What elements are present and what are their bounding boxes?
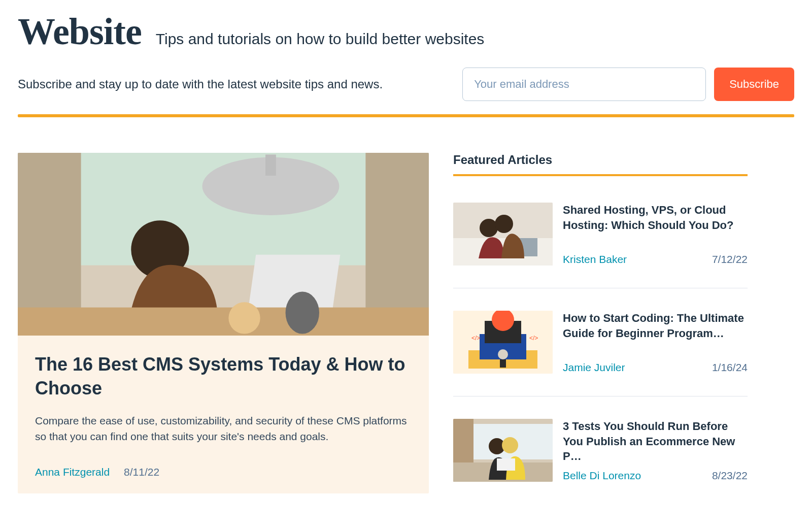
featured-title: 3 Tests You Should Run Before You Publis…	[563, 419, 748, 464]
featured-title: Shared Hosting, VPS, or Cloud Hosting: W…	[563, 203, 748, 233]
featured-body: Shared Hosting, VPS, or Cloud Hosting: W…	[563, 203, 748, 266]
main-columns: The 16 Best CMS Systems Today & How to C…	[18, 153, 794, 493]
featured-article-card[interactable]: </> </> How to Start Coding: The Ultimat…	[453, 311, 748, 396]
svg-point-10	[228, 302, 260, 334]
featured-thumbnail: </> </>	[453, 311, 553, 374]
featured-author[interactable]: Jamie Juviler	[563, 361, 625, 374]
subscribe-button[interactable]: Subscribe	[714, 68, 794, 101]
hero-article-card[interactable]: The 16 Best CMS Systems Today & How to C…	[18, 153, 429, 493]
subscribe-bar: Subscribe and stay up to date with the l…	[18, 68, 794, 101]
featured-divider	[453, 174, 748, 176]
featured-body: How to Start Coding: The Ultimate Guide …	[563, 311, 748, 374]
svg-rect-5	[265, 154, 276, 176]
svg-rect-22	[500, 359, 506, 368]
featured-sidebar: Featured Articles Shared Hosting, VPS, o…	[453, 153, 748, 493]
subscribe-form: Subscribe	[462, 68, 794, 101]
featured-heading: Featured Articles	[453, 153, 748, 167]
svg-point-15	[495, 215, 513, 233]
hero-image	[18, 153, 429, 336]
svg-rect-8	[18, 308, 429, 336]
featured-meta: Jamie Juviler 1/16/24	[563, 361, 748, 374]
featured-date: 8/23/22	[712, 470, 748, 482]
featured-author[interactable]: Kristen Baker	[563, 253, 627, 266]
featured-meta: Kristen Baker 7/12/22	[563, 253, 748, 266]
svg-point-21	[498, 349, 508, 359]
email-field[interactable]	[462, 68, 706, 101]
featured-date: 7/12/22	[712, 253, 748, 266]
featured-thumbnail	[453, 419, 553, 482]
featured-author[interactable]: Belle Di Lorenzo	[563, 470, 641, 482]
svg-rect-31	[497, 458, 515, 471]
hero-description: Compare the ease of use, customizability…	[35, 413, 412, 445]
svg-text:</>: </>	[529, 335, 538, 342]
page-header: Website Tips and tutorials on how to bui…	[18, 10, 794, 53]
featured-body: 3 Tests You Should Run Before You Publis…	[563, 419, 748, 482]
svg-point-30	[502, 437, 518, 453]
hero-column: The 16 Best CMS Systems Today & How to C…	[18, 153, 429, 493]
hero-author[interactable]: Anna Fitzgerald	[35, 466, 110, 478]
site-tagline: Tips and tutorials on how to build bette…	[156, 30, 485, 48]
featured-article-card[interactable]: Shared Hosting, VPS, or Cloud Hosting: W…	[453, 203, 748, 288]
featured-title: How to Start Coding: The Ultimate Guide …	[563, 311, 748, 341]
featured-date: 1/16/24	[712, 361, 748, 374]
featured-thumbnail	[453, 203, 553, 266]
hero-date: 8/11/22	[124, 466, 159, 478]
featured-meta: Belle Di Lorenzo 8/23/22	[563, 470, 748, 482]
featured-article-card[interactable]: 3 Tests You Should Run Before You Publis…	[453, 419, 748, 482]
svg-text:</>: </>	[471, 335, 480, 342]
hero-title: The 16 Best CMS Systems Today & How to C…	[35, 353, 412, 401]
svg-point-9	[286, 291, 319, 334]
subscribe-prompt: Subscribe and stay up to date with the l…	[18, 77, 383, 91]
site-wordmark: Website	[18, 10, 142, 53]
hero-body: The 16 Best CMS Systems Today & How to C…	[18, 336, 429, 493]
divider-accent	[18, 114, 794, 117]
hero-meta: Anna Fitzgerald 8/11/22	[35, 466, 412, 478]
